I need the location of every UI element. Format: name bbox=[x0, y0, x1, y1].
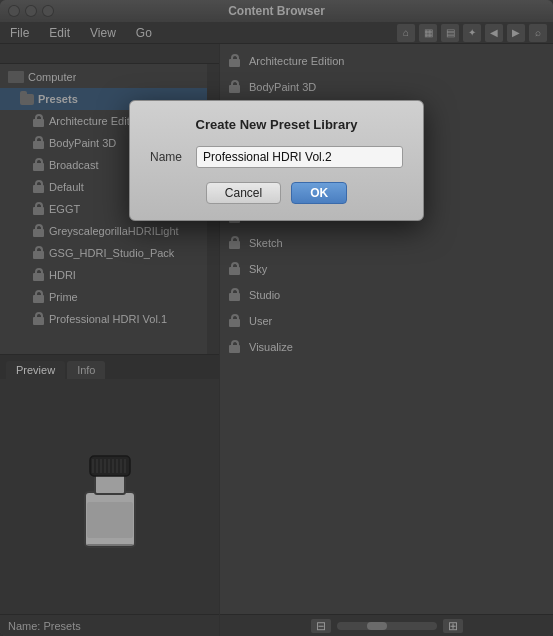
dialog-field: Name bbox=[150, 146, 403, 168]
cancel-button[interactable]: Cancel bbox=[206, 182, 281, 204]
dialog-buttons: Cancel OK bbox=[150, 182, 403, 204]
create-preset-dialog: Create New Preset Library Name Cancel OK bbox=[129, 100, 424, 221]
dialog-title: Create New Preset Library bbox=[150, 117, 403, 132]
ok-button[interactable]: OK bbox=[291, 182, 347, 204]
preset-name-input[interactable] bbox=[196, 146, 403, 168]
dialog-name-label: Name bbox=[150, 150, 186, 164]
dialog-overlay: Create New Preset Library Name Cancel OK bbox=[0, 0, 553, 636]
